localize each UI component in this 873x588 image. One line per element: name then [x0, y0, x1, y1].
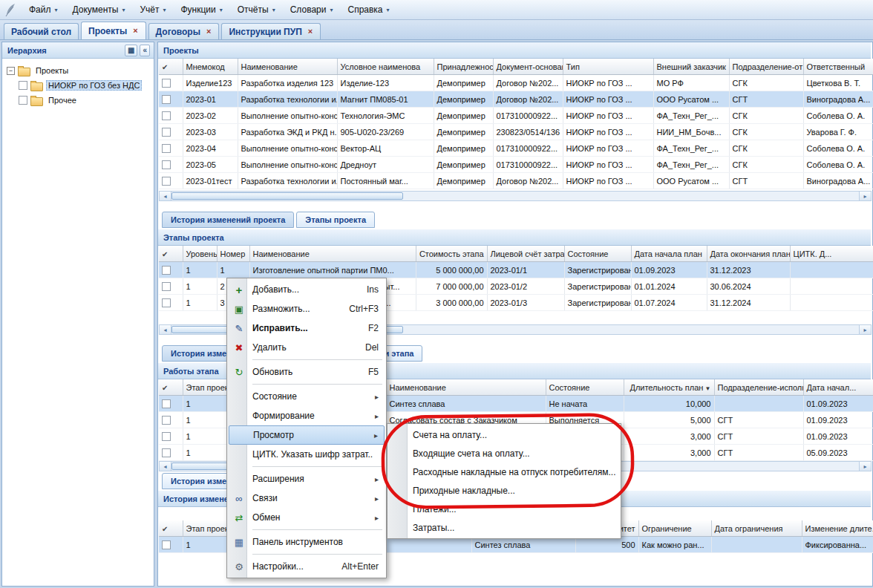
column-header[interactable]: Наименование	[249, 246, 416, 262]
submenu-item[interactable]: Входящие счета на оплату...	[389, 444, 619, 463]
context-menu-item[interactable]: Формирование▸	[229, 406, 385, 425]
tree-item[interactable]: НИОКР по ГОЗ без НДС	[4, 78, 151, 93]
tree-item[interactable]: −Проекты	[4, 63, 151, 78]
context-menu-item[interactable]: ЦИТК. Указать шифр затрат..	[229, 445, 385, 464]
context-menu-item[interactable]: Просмотр▸	[229, 425, 385, 445]
menubar-item[interactable]: Отчёты	[231, 1, 282, 18]
scrollbar-thumb[interactable]	[171, 192, 403, 200]
context-menu-item[interactable]: ∞Связи▸	[229, 489, 385, 508]
table-row[interactable]: Изделие123Разработка изделия 123Изделие-…	[159, 75, 873, 91]
select-all-checkbox[interactable]: ✔	[159, 59, 183, 75]
column-header[interactable]: Состояние	[546, 379, 624, 396]
scroll-right-icon[interactable]: ▸	[859, 325, 871, 334]
submenu-item[interactable]: Платежи...	[389, 500, 619, 518]
table-row[interactable]: 2023-04Выполнение опытно-конс...Вектор-А…	[159, 140, 873, 157]
row-checkbox[interactable]	[162, 79, 171, 88]
context-menu-item[interactable]: ✎Исправить...F2	[229, 318, 385, 338]
scroll-right-icon[interactable]: ▸	[859, 192, 871, 200]
table-row[interactable]: 11Изготовление опытной партии ПМ0...5 00…	[159, 262, 873, 278]
context-menu-item[interactable]: ▦Панель инструментов	[229, 532, 385, 552]
document-tab[interactable]: Проекты×	[81, 22, 146, 39]
column-header[interactable]: Ограничение	[638, 520, 711, 537]
context-menu-item[interactable]: +Добавить...Ins	[229, 280, 385, 299]
context-menu-item[interactable]: ⇄Обмен▸	[229, 508, 385, 527]
row-checkbox[interactable]	[162, 111, 171, 120]
column-header[interactable]: Наименование	[238, 59, 337, 75]
checkbox[interactable]	[19, 81, 27, 90]
select-all-checkbox[interactable]: ✔	[159, 379, 183, 396]
row-checkbox[interactable]	[162, 399, 171, 408]
context-menu-item[interactable]: ↻ОбновитьF5	[229, 362, 385, 382]
expander-icon[interactable]: −	[7, 67, 15, 75]
row-checkbox[interactable]	[162, 282, 171, 291]
scroll-left-icon[interactable]: ◂	[160, 325, 171, 334]
menubar-item[interactable]: Справка	[341, 1, 396, 18]
column-header[interactable]: Стоимость этапа	[416, 246, 487, 262]
row-checkbox[interactable]	[162, 540, 171, 549]
document-tab[interactable]: Рабочий стол	[4, 23, 79, 39]
context-menu-item[interactable]: ✖УдалитьDel	[229, 338, 385, 357]
scroll-left-icon[interactable]: ◂	[160, 462, 171, 471]
row-checkbox[interactable]	[162, 177, 171, 186]
menubar-item[interactable]: Функции	[174, 1, 229, 18]
scroll-right-icon[interactable]: ▸	[859, 462, 871, 471]
column-header[interactable]: Дата окончания план	[707, 246, 790, 262]
row-checkbox[interactable]	[162, 432, 171, 441]
context-menu-item[interactable]: Состояние▸	[229, 387, 385, 406]
menubar-item[interactable]: Учёт	[133, 1, 172, 18]
checkbox[interactable]	[19, 96, 27, 105]
table-row[interactable]: 2023-01Разработка технологии и...Магнит …	[159, 91, 873, 108]
document-tab[interactable]: Инструкции ПУП×	[221, 23, 321, 39]
column-header[interactable]: Условное наименова	[337, 59, 434, 75]
column-header[interactable]: Внешний заказчик	[653, 59, 729, 75]
select-all-checkbox[interactable]: ✔	[159, 520, 183, 537]
close-icon[interactable]: ×	[132, 27, 138, 35]
column-header[interactable]: Мнемокод	[183, 59, 238, 75]
column-header[interactable]: Документ-основан	[493, 59, 563, 75]
submenu-item[interactable]: Расходные накладные на отпуск потребител…	[389, 463, 619, 481]
close-icon[interactable]: ×	[307, 27, 313, 36]
row-checkbox[interactable]	[162, 128, 171, 137]
column-header[interactable]: Подразделение-исполнитель..	[714, 379, 803, 396]
row-checkbox[interactable]	[162, 448, 171, 457]
column-header[interactable]: Изменение длите...	[802, 520, 873, 537]
select-all-checkbox[interactable]: ✔	[159, 246, 183, 262]
context-menu-item[interactable]: ▣Размножить...Ctrl+F3	[229, 299, 385, 318]
section-tab[interactable]: Этапы проекта	[296, 212, 375, 228]
scroll-left-icon[interactable]: ◂	[160, 192, 171, 200]
close-icon[interactable]: ×	[206, 27, 212, 36]
column-header[interactable]: Принадлежность	[434, 59, 493, 75]
column-header[interactable]: ЦИТК. Д...	[790, 246, 873, 262]
submenu-item[interactable]: Счета на оплату...	[389, 425, 619, 444]
column-header[interactable]: Уровень	[183, 246, 217, 262]
column-header[interactable]: Дата начала план	[631, 246, 707, 262]
projects-hscrollbar[interactable]: ◂ ▸	[159, 191, 872, 201]
row-checkbox[interactable]	[162, 160, 171, 169]
column-header[interactable]: Состояние	[564, 246, 631, 262]
menubar-item[interactable]: Словари	[284, 1, 340, 18]
document-tab[interactable]: Договоры×	[148, 23, 220, 39]
table-row[interactable]: 2023-02Выполнение опытно-конс...Технолог…	[159, 108, 873, 124]
section-tab[interactable]: История изменений проекта	[162, 212, 294, 228]
table-row[interactable]: 2023-05Выполнение опытно-конс...Дредноут…	[159, 157, 873, 173]
collapse-panel-icon[interactable]: «	[140, 45, 150, 56]
row-checkbox[interactable]	[162, 95, 171, 104]
row-checkbox[interactable]	[162, 266, 171, 275]
context-menu-item[interactable]: Расширения▸	[229, 469, 385, 489]
column-header[interactable]: Лицевой счёт затрат.	[487, 246, 564, 262]
table-row[interactable]: 2023-03Разработка ЭКД и РКД н...905-U020…	[159, 124, 873, 140]
context-menu-item[interactable]: ⚙Настройки...Alt+Enter	[229, 557, 385, 576]
column-header[interactable]: Тип	[563, 59, 653, 75]
column-header[interactable]: Наименование	[386, 379, 546, 396]
menubar-item[interactable]: Файл	[22, 1, 65, 18]
row-checkbox[interactable]	[162, 144, 171, 153]
submenu-item[interactable]: Затраты...	[389, 518, 619, 537]
table-row[interactable]: 2023-01тестРазработка технологии и...Пос…	[159, 173, 873, 189]
row-checkbox[interactable]	[162, 298, 171, 307]
column-header[interactable]: Ответственный	[803, 59, 873, 75]
column-header[interactable]: Номер	[217, 246, 249, 262]
tree-item[interactable]: Прочее	[4, 93, 151, 108]
column-header[interactable]: Длительность план ▼	[624, 379, 714, 396]
row-checkbox[interactable]	[162, 416, 171, 425]
column-header[interactable]: Дата ограничения	[711, 520, 802, 537]
